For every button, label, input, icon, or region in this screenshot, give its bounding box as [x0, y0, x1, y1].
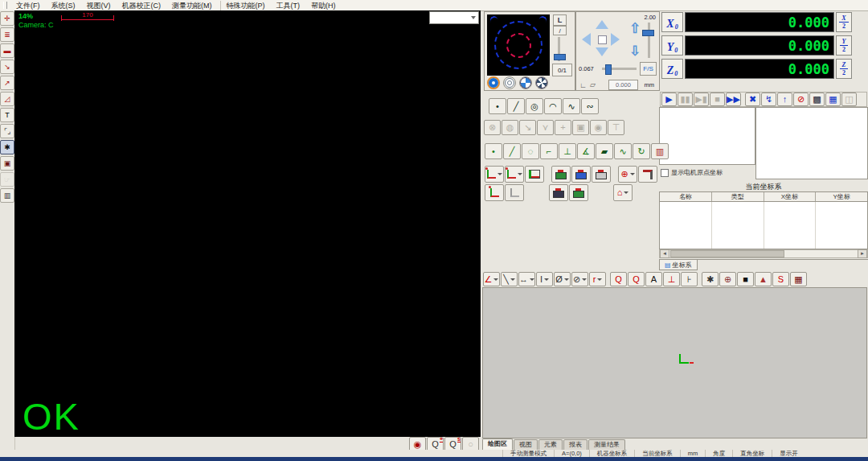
- axis-half-button-x[interactable]: X2: [836, 12, 852, 32]
- construct-angle-button[interactable]: ∡: [577, 143, 595, 159]
- focus-slash-button[interactable]: /: [553, 26, 567, 35]
- bottom-tab-3[interactable]: 元素: [538, 439, 563, 450]
- annotation-text-button[interactable]: A: [645, 272, 662, 286]
- measure-arc-button[interactable]: ◠: [544, 98, 562, 114]
- construct-perpendicular-button[interactable]: ⊥: [559, 143, 576, 159]
- jog-right-button[interactable]: [611, 33, 620, 46]
- dim-perpendicularity-button[interactable]: ⊥: [663, 272, 680, 286]
- video-preset-combobox[interactable]: [429, 11, 479, 24]
- axis-half-button-z[interactable]: Z2: [836, 59, 852, 79]
- menu-item[interactable]: 工具(T): [271, 1, 306, 10]
- focus-mode-button[interactable]: L: [553, 14, 567, 26]
- view-zoom-in-button[interactable]: Q: [610, 272, 627, 286]
- emergency-stop-button-button[interactable]: ⊘: [793, 93, 809, 106]
- menu-item[interactable]: 系统(S): [46, 1, 81, 10]
- view-zoom-out-button[interactable]: Q: [628, 272, 645, 286]
- construct-point-button[interactable]: •: [485, 143, 502, 159]
- menu-item[interactable]: 机器校正(C): [117, 1, 167, 10]
- set-origin-button[interactable]: [485, 166, 504, 183]
- table-column-header[interactable]: X坐标: [764, 192, 817, 201]
- table-hscrollbar[interactable]: ◄ ►: [659, 249, 868, 258]
- table-column-header[interactable]: Y坐标: [816, 192, 867, 201]
- table-column-header[interactable]: 类型: [712, 192, 764, 201]
- construct-line-button[interactable]: ╱: [503, 143, 521, 159]
- dim-vertical-button[interactable]: I: [536, 272, 553, 286]
- dim-circle-runout-button[interactable]: ⊘: [571, 272, 588, 286]
- dim-parallelism-button[interactable]: ⊦: [681, 272, 698, 286]
- text-tool-icon[interactable]: T: [0, 108, 14, 122]
- menu-item[interactable]: 特殊功能(P): [220, 1, 271, 10]
- construct-arc-button[interactable]: ⌐: [540, 143, 558, 159]
- set-axis-button[interactable]: [505, 166, 524, 183]
- move-up-button-button[interactable]: ↑: [777, 93, 792, 106]
- vector-probe-tool-icon[interactable]: ↘: [0, 60, 14, 74]
- barcode-tool-icon[interactable]: ▥: [0, 188, 14, 203]
- report-probe-button[interactable]: ⊕: [719, 272, 736, 286]
- focus-region-tool-icon[interactable]: ⌜⌟: [0, 124, 14, 138]
- bottom-tab-2[interactable]: 视图: [514, 439, 538, 450]
- report-drawing-area[interactable]: [482, 287, 867, 438]
- probe-calibrate-button[interactable]: [638, 166, 657, 183]
- bottom-tab-4[interactable]: 报表: [563, 439, 588, 450]
- speed-slider-track[interactable]: [648, 23, 650, 58]
- report-export-s-button[interactable]: S: [772, 272, 789, 286]
- ring-light-segment-button[interactable]: [535, 76, 548, 89]
- part-coord-button[interactable]: [571, 166, 591, 183]
- report-tolerance-button[interactable]: ▲: [755, 272, 772, 286]
- construct-plane-button[interactable]: ▰: [596, 143, 613, 159]
- speed-slider-thumb[interactable]: [642, 30, 654, 36]
- save-coordinate-button[interactable]: [525, 166, 544, 183]
- jog-center-stop[interactable]: [598, 35, 607, 44]
- menu-item[interactable]: 视图(V): [81, 1, 117, 10]
- construct-curve-button[interactable]: ∿: [614, 143, 632, 159]
- line-scan-tool-icon[interactable]: ▬: [0, 43, 14, 58]
- construct-grid-button[interactable]: ▥: [651, 143, 669, 159]
- z-down-button[interactable]: ⇩: [629, 44, 641, 58]
- menu-item[interactable]: 文件(F): [10, 1, 46, 10]
- store-coord-button[interactable]: [549, 184, 568, 201]
- axis-zero-button-z[interactable]: Z0: [661, 59, 683, 79]
- construct-contour-button[interactable]: ↻: [633, 143, 650, 159]
- recall-coord-button[interactable]: [569, 184, 588, 201]
- table-column-header[interactable]: 名称: [660, 192, 712, 201]
- tools-button-button[interactable]: ✖: [745, 93, 760, 106]
- z-up-button[interactable]: ⇧: [629, 22, 641, 35]
- measure-curve-button[interactable]: ∿: [563, 98, 580, 114]
- grid-view-button-button[interactable]: ▦: [825, 93, 841, 106]
- axis-zero-button-y[interactable]: Y0: [661, 35, 683, 56]
- jog-down-button[interactable]: [596, 47, 608, 56]
- scroll-left-arrow[interactable]: ◄: [660, 249, 669, 258]
- menu-item[interactable]: 帮助(H): [305, 1, 342, 10]
- report-table-button[interactable]: ▦: [790, 272, 807, 286]
- settings-tool-icon[interactable]: ✱: [0, 140, 14, 154]
- dim-diameter-button[interactable]: Ø: [554, 272, 571, 286]
- report-fill-button[interactable]: ■: [737, 272, 754, 286]
- go-home-button[interactable]: ⌂: [613, 184, 633, 201]
- tab-coordinate-system[interactable]: ▤ 坐标系: [659, 260, 698, 270]
- show-origin-checkbox-row[interactable]: 显示电机原点坐标: [661, 168, 723, 177]
- temp-coord-button[interactable]: [592, 166, 611, 183]
- checkbox[interactable]: [661, 169, 669, 177]
- rotate-axis-button[interactable]: [485, 184, 504, 201]
- monitor-button-button[interactable]: ▩: [809, 93, 825, 106]
- probe-point-tool-icon[interactable]: ✛: [0, 11, 14, 26]
- scroll-thumb[interactable]: [670, 250, 784, 257]
- jog-position-field[interactable]: 0.000: [608, 80, 638, 90]
- run-button-button[interactable]: ▶: [661, 93, 677, 106]
- vector-probe-tool-2-icon[interactable]: ↗: [0, 76, 14, 90]
- light-slider-thumb[interactable]: [554, 54, 566, 60]
- light-on-off-button[interactable]: 0/1: [552, 64, 572, 76]
- construct-circle-button[interactable]: ◌: [522, 143, 539, 159]
- machine-coord-button[interactable]: [551, 166, 571, 183]
- scroll-right-arrow[interactable]: ►: [858, 249, 867, 258]
- bottom-tab-1[interactable]: 绘图区: [482, 438, 513, 450]
- measure-contour-button[interactable]: ∾: [581, 98, 599, 114]
- report-settings-button[interactable]: ✱: [702, 272, 719, 286]
- dim-radius-button[interactable]: r: [589, 272, 606, 286]
- edge-detect-tool-icon[interactable]: ≣: [0, 27, 14, 42]
- axis-zero-button-x[interactable]: X0: [661, 12, 683, 32]
- dim-horizontal-button[interactable]: ↔: [518, 272, 535, 286]
- camera-view[interactable]: 14% 170 Camera: C OK: [14, 10, 481, 437]
- dim-angle-button[interactable]: ∠: [483, 272, 500, 286]
- ring-light-all-button[interactable]: [487, 76, 500, 89]
